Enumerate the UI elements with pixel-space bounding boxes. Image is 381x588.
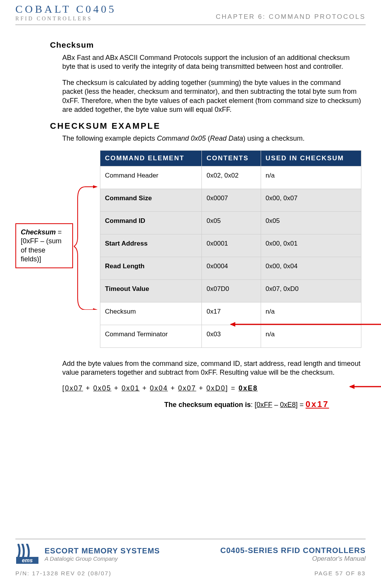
section-heading: Checksum [50,40,362,50]
svg-text:ems: ems [22,557,33,563]
checksum-equation: The checksum equation is: [0xFF – 0xE8] … [62,399,362,409]
col-header-used: USED IN CHECKSUM [261,150,361,166]
controller-title: C0405-SERIES RFID CONTROLLERS [220,546,366,555]
page-footer: ems ESCORT MEMORY SYSTEMS A Datalogic Gr… [15,539,366,576]
intro-paragraph-2: The checksum is calculated by adding tog… [62,78,362,115]
chapter-label: CHAPTER 6: COMMAND PROTOCOLS [216,13,366,21]
table-row: Command Size 0x0007 0x00, 0x07 [100,189,361,211]
footer-right: C0405-SERIES RFID CONTROLLERS Operator's… [220,546,366,563]
intro-paragraph-1: ABx Fast and ABx ASCII Command Protocols… [62,53,362,71]
footer-left: ems ESCORT MEMORY SYSTEMS A Datalogic Gr… [15,544,160,565]
col-header-element: COMMAND ELEMENT [100,150,202,166]
ems-logo-icon: ems [15,544,39,565]
table-row: Command ID 0x05 0x05 [100,211,361,234]
product-logo: COBALT C0405 RFID CONTROLLERS [15,4,116,22]
command-table: COMMAND ELEMENT CONTENTS USED IN CHECKSU… [100,150,361,348]
bracket-icon [74,183,101,310]
table-row: Checksum 0x17 n/a [100,302,361,325]
logo-line2: RFID CONTROLLERS [15,16,116,22]
main-content: Checksum ABx Fast and ABx ASCII Command … [15,40,366,409]
col-header-contents: CONTENTS [202,150,261,166]
ems-title: ESCORT MEMORY SYSTEMS [45,546,160,555]
ems-subtitle: A Datalogic Group Company [45,555,160,562]
table-row: Start Address 0x0001 0x00, 0x01 [100,234,361,257]
example-heading: CHECKSUM EXAMPLE [50,121,362,131]
logo-line1: COBALT C0405 [15,4,116,15]
checksum-callout: Checksum = [0xFF – (sum of these fields)… [15,223,73,269]
part-number: P/N: 17-1328 REV 02 (08/07) [15,570,111,576]
manual-subtitle: Operator's Manual [220,555,366,563]
table-area: Checksum = [0xFF – (sum of these fields)… [50,150,362,348]
table-row: Command Header 0x02, 0x02 n/a [100,166,361,189]
table-row: Timeout Value 0x07D0 0x07, 0xD0 [100,279,361,302]
example-intro: The following example depicts Command 0x… [62,134,362,143]
page-header: COBALT C0405 RFID CONTROLLERS CHAPTER 6:… [15,4,366,25]
table-row: Read Length 0x0004 0x00, 0x04 [100,257,361,279]
post-table-paragraph: Add the byte values from the command siz… [62,359,362,377]
page-number: PAGE 57 OF 83 [314,570,366,576]
sum-equation: [0x07 + 0x05 + 0x01 + 0x04 + 0x07 + 0xD0… [62,384,362,392]
table-row: Command Terminator 0x03 n/a [100,325,361,347]
